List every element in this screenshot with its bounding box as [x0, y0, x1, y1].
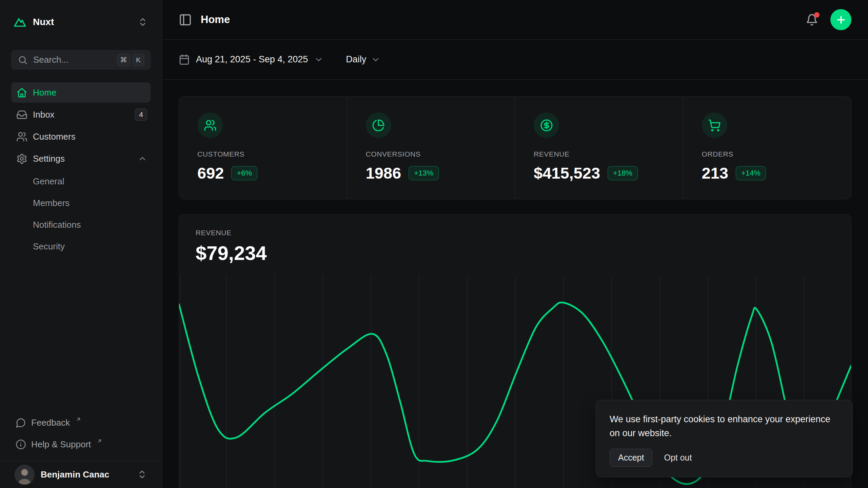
opt-out-button[interactable]: Opt out	[657, 449, 698, 466]
pie-chart-icon	[366, 113, 391, 138]
notification-dot	[814, 12, 820, 18]
users-icon	[16, 131, 28, 142]
shopping-cart-icon	[702, 113, 727, 138]
new-item-button[interactable]	[830, 9, 851, 30]
panel-left-icon	[179, 13, 192, 26]
sidebar-item-label: Settings	[33, 154, 65, 164]
stat-delta-badge: +13%	[409, 166, 439, 180]
sidebar-item-general[interactable]: General	[11, 170, 151, 192]
stat-value: 1986	[366, 164, 401, 182]
kbd-key: K	[133, 54, 144, 66]
sidebar-item-security[interactable]: Security	[11, 236, 151, 257]
help-circle-icon	[16, 439, 26, 450]
cookie-message: We use first-party cookies to enhance yo…	[610, 412, 839, 440]
avatar	[15, 465, 35, 485]
chevrons-up-down-icon	[137, 469, 147, 480]
chevron-up-icon	[138, 154, 147, 163]
search-icon	[18, 55, 28, 65]
cookie-actions: Accept Opt out	[610, 449, 839, 467]
page-header: Home	[162, 0, 868, 40]
stat-label: CUSTOMERS	[197, 150, 329, 158]
stat-label: ORDERS	[702, 150, 833, 158]
chevrons-up-down-icon	[138, 17, 148, 27]
brand-name: Nuxt	[33, 17, 54, 27]
date-range-label: Aug 21, 2025 - Sep 4, 2025	[196, 54, 308, 65]
gear-icon	[16, 153, 28, 164]
granularity-label: Daily	[346, 54, 366, 65]
help-support-link[interactable]: Help & Support	[11, 433, 151, 455]
stat-value: $415,523	[534, 164, 600, 182]
sidebar-item-settings[interactable]: Settings	[11, 148, 151, 169]
footer-link-label: Help & Support	[31, 439, 91, 450]
sidebar-item-customers[interactable]: Customers	[11, 126, 151, 147]
calendar-icon	[179, 54, 190, 65]
stat-label: CONVERSIONS	[366, 150, 497, 158]
external-link-icon	[76, 416, 81, 422]
stat-value: 213	[702, 164, 728, 182]
sidebar-item-notifications[interactable]: Notifications	[11, 214, 151, 236]
filters-bar: Aug 21, 2025 - Sep 4, 2025 Daily	[162, 40, 868, 80]
users-icon	[197, 113, 223, 138]
stats-row: CUSTOMERS 692 +6% CONVERSIONS 1986 +13%	[179, 96, 851, 199]
inbox-icon	[16, 109, 28, 120]
chevron-down-icon	[371, 55, 380, 64]
sidebar-item-home[interactable]: Home	[11, 82, 151, 103]
search-placeholder: Search...	[33, 55, 68, 65]
stat-card-revenue[interactable]: REVENUE $415,523 +18%	[515, 97, 683, 199]
stat-label: REVENUE	[534, 150, 665, 158]
home-icon	[16, 87, 28, 98]
settings-sub-nav: General Members Notifications Security	[11, 170, 151, 257]
page-title: Home	[201, 14, 230, 26]
sidebar-item-inbox[interactable]: Inbox 4	[11, 104, 151, 125]
notifications-button[interactable]	[806, 14, 818, 26]
footer-link-label: Feedback	[31, 418, 70, 428]
chevron-down-icon	[314, 55, 323, 64]
date-range-picker[interactable]: Aug 21, 2025 - Sep 4, 2025	[179, 54, 323, 65]
sidebar-footer: Feedback Help & Support	[11, 412, 151, 461]
accept-button[interactable]: Accept	[610, 449, 652, 467]
stat-value: 692	[197, 164, 224, 182]
sidebar-item-members[interactable]: Members	[11, 192, 151, 214]
stat-card-conversions[interactable]: CONVERSIONS 1986 +13%	[347, 97, 515, 199]
revenue-panel-label: REVENUE	[196, 229, 834, 237]
search-input[interactable]: Search... ⌘ K	[11, 50, 151, 69]
stat-card-customers[interactable]: CUSTOMERS 692 +6%	[179, 97, 347, 199]
stat-delta-badge: +18%	[608, 166, 638, 180]
workspace-switcher[interactable]: Nuxt	[11, 11, 151, 33]
stat-delta-badge: +14%	[736, 166, 766, 180]
stat-delta-badge: +6%	[231, 166, 257, 180]
revenue-panel-head: REVENUE $79,234	[179, 215, 851, 264]
external-link-icon	[97, 438, 102, 444]
search-shortcut: ⌘ K	[117, 54, 144, 66]
revenue-panel-value: $79,234	[196, 242, 834, 264]
sidebar-item-label: Inbox	[33, 109, 55, 120]
user-menu[interactable]: Benjamin Canac	[0, 461, 162, 488]
cookie-banner: We use first-party cookies to enhance yo…	[596, 400, 853, 477]
kbd-meta: ⌘	[117, 54, 130, 66]
user-name: Benjamin Canac	[41, 469, 109, 480]
feedback-link[interactable]: Feedback	[11, 412, 151, 433]
plus-icon	[835, 14, 847, 25]
dollar-circle-icon	[534, 113, 559, 138]
sidebar-item-label: Home	[33, 87, 56, 98]
sidebar-toggle-button[interactable]	[179, 13, 192, 26]
sidebar: Nuxt Search... ⌘ K Home Inbox 4	[0, 0, 162, 488]
stat-card-orders[interactable]: ORDERS 213 +14%	[683, 97, 851, 199]
header-actions	[806, 9, 851, 30]
inbox-count-badge: 4	[135, 108, 147, 121]
sidebar-item-label: Customers	[33, 131, 76, 142]
nuxt-logo-icon	[14, 17, 27, 27]
granularity-select[interactable]: Daily	[346, 54, 380, 65]
message-bubble-icon	[16, 418, 26, 428]
sidebar-nav: Home Inbox 4 Customers Settings Ge	[11, 82, 151, 257]
